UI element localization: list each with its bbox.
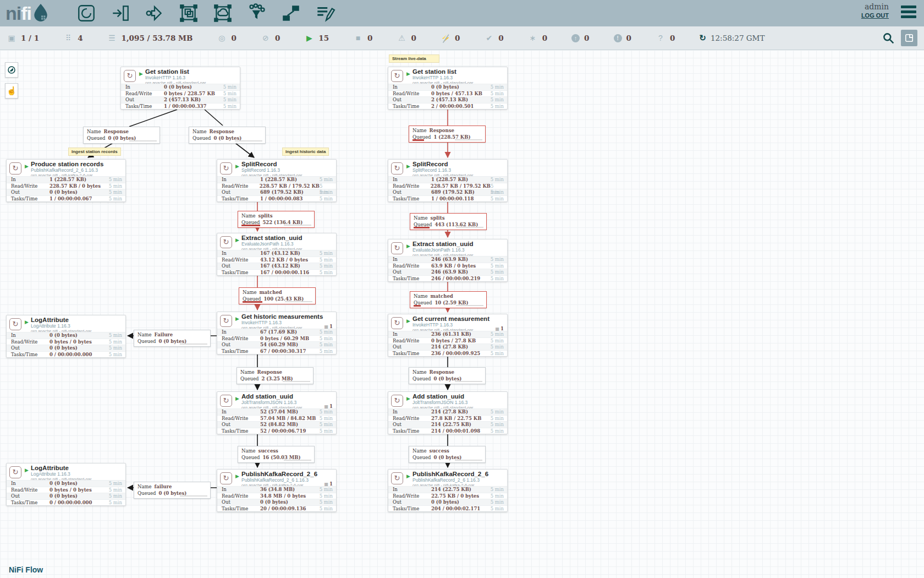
stale-icon: ↑ xyxy=(571,34,580,42)
processor-split-record-live[interactable]: ↻▶SplitRecordSplitRecord 1.16.3org.apach… xyxy=(388,159,508,202)
connection-response-to-produce[interactable]: NameResponseQueued0 (0 bytes) xyxy=(83,127,160,144)
last-refresh[interactable]: ↻ 12:58:27 GMT xyxy=(699,33,765,43)
stat-value: 228.57 KB / 0 bytes xyxy=(50,183,101,189)
flow-label[interactable]: Ingest historic data xyxy=(282,148,329,156)
stat-window: 5 min xyxy=(109,339,125,345)
stat-label: Tasks/Time xyxy=(388,276,431,282)
funnel-icon[interactable] xyxy=(246,2,268,24)
global-menu-button[interactable] xyxy=(901,6,916,20)
logo-text-fi: fi xyxy=(21,2,31,24)
connection-failure-lower[interactable]: NamefailureQueued0 (0 bytes) xyxy=(134,482,211,499)
connection-splits-historic[interactable]: NamesplitsQueued522 (136.4 KB) xyxy=(238,211,315,228)
processor-log-attribute-lower[interactable]: ↻▶LogAttributeLogAttribute 1.16.3org.apa… xyxy=(6,463,126,506)
connection-response-live-lower[interactable]: NameResponseQueued0 (0 bytes) xyxy=(409,367,486,384)
label-icon[interactable] xyxy=(314,2,336,24)
running-indicator-icon: ▶ xyxy=(406,396,410,401)
processor-stats: In36 (34.8 MB)5 minRead/Write34.8 MB / 0… xyxy=(217,486,336,511)
processor-get-station-list-live[interactable]: ↻▶Get station listInvokeHTTP 1.16.3org.a… xyxy=(388,67,508,110)
remote-process-group-icon[interactable] xyxy=(212,2,234,24)
processor-name: LogAttribute xyxy=(31,315,125,324)
connection-name-key: Name xyxy=(138,332,152,337)
processor-split-record-historic[interactable]: ↻▶SplitRecordSplitRecord 1.16.3org.apach… xyxy=(217,159,337,202)
stat-label: Out xyxy=(388,422,431,428)
stat-label: In xyxy=(217,250,260,257)
running-icon: ▶ xyxy=(304,34,314,42)
flow-label[interactable]: Stream live-data xyxy=(389,54,439,63)
stat-value: 2 (457.13 KB) xyxy=(164,97,201,103)
queue-fill-bar xyxy=(241,225,260,226)
status-transmitting: ◎0 xyxy=(217,34,236,42)
breadcrumb[interactable]: NiFi Flow xyxy=(9,565,43,574)
threads-icon: ⠿ xyxy=(63,34,73,42)
search-button[interactable] xyxy=(882,32,894,44)
processor-add-station-uuid-live[interactable]: ↻▶Add station_uuidJoltTransformJSON 1.16… xyxy=(388,391,508,434)
processor-type-icon: ↻ xyxy=(220,395,232,407)
stat-row: Tasks/Time2 / 00:00:00.5015 min xyxy=(388,103,507,110)
connection-response-to-split-historic[interactable]: NameResponseQueued0 (0 bytes) xyxy=(189,127,266,144)
processor-get-historic-measurements[interactable]: ↻▶Get historic measurementsInvokeHTTP 1.… xyxy=(217,312,337,355)
connection-matched-historic[interactable]: NamematchedQueued100 (25.43 KB) xyxy=(239,287,316,304)
nifi-logo: nifi xyxy=(6,2,49,24)
stat-value: 1 / 00:00:00.337 xyxy=(164,103,206,110)
connection-name-key: Name xyxy=(413,128,427,133)
stat-window: 5 min xyxy=(320,416,336,422)
refresh-icon[interactable]: ↻ xyxy=(699,33,706,43)
logout-link[interactable]: LOG OUT xyxy=(861,12,889,19)
stat-value: 228.57 KB / 179.52 KB xyxy=(431,183,491,189)
flow-canvas[interactable]: ☝ Stream live-dataIngest station records… xyxy=(0,50,924,578)
input-port-icon[interactable] xyxy=(109,2,131,24)
navigate-compass-button[interactable] xyxy=(5,62,18,78)
connection-matched-live[interactable]: NamematchedQueued10 (2.59 KB) xyxy=(410,291,487,308)
processor-extract-station-uuid-live[interactable]: ↻▶Extract station_uuidEvaluateJsonPath 1… xyxy=(388,239,508,282)
stat-value: 214 (27.8 KB) xyxy=(431,344,468,350)
hand-select-button[interactable]: ☝ xyxy=(5,83,18,99)
settings-panel-button[interactable] xyxy=(901,30,917,46)
processor-get-current-measurement[interactable]: ↻▶Get current measurementInvokeHTTP 1.16… xyxy=(388,314,508,357)
stat-label: In xyxy=(388,487,431,493)
stat-window: 5 min xyxy=(491,257,507,263)
stat-window: 5 min xyxy=(491,409,507,415)
processor-produce-station-records[interactable]: ↻▶Produce station recordsPublishKafkaRec… xyxy=(6,159,126,202)
processor-publish-kafka-historic[interactable]: ↻▶PublishKafkaRecord_2_6PublishKafkaReco… xyxy=(217,469,337,512)
processor-extract-station-uuid-historic[interactable]: ↻▶Extract station_uuidEvaluateJsonPath 1… xyxy=(217,233,337,276)
processor-name: Extract station_uuid xyxy=(413,239,507,248)
stat-value: 20 / 00:00:09.136 xyxy=(260,506,306,512)
stat-label: Read/Write xyxy=(217,493,260,499)
queue-percent-bar xyxy=(284,460,311,461)
processor-get-station-list-historic[interactable]: ↻▶Get station listInvokeHTTP 1.16.3org.a… xyxy=(120,67,240,110)
running-indicator-icon: ▶ xyxy=(235,473,239,479)
connection-failure-upper[interactable]: NameFailureQueued0 (0 bytes) xyxy=(134,330,211,347)
stat-value: 1 (228.57 KB) xyxy=(50,177,86,183)
connection-splits-live[interactable]: NamesplitsQueued443 (113.62 KB) xyxy=(410,213,487,230)
connection-success-live[interactable]: NamesuccessQueued0 (0 bytes) xyxy=(409,446,486,463)
stat-label: Read/Write xyxy=(388,416,431,422)
stat-window: 5 min xyxy=(109,345,125,351)
queue-percent-bar xyxy=(285,301,312,302)
status-queued: ☰1,095 / 53.78 MB xyxy=(107,34,193,42)
stat-label: Read/Write xyxy=(388,263,431,269)
stat-label: Tasks/Time xyxy=(217,428,260,434)
output-port-icon[interactable] xyxy=(144,2,166,24)
stat-window: 5 min xyxy=(320,348,336,355)
flow-label[interactable]: Ingest station records xyxy=(68,148,121,156)
connection-name-value: Failure xyxy=(155,332,173,337)
stat-value: 1 / 00:00:00.118 xyxy=(431,196,474,202)
process-group-icon[interactable] xyxy=(178,2,200,24)
stat-value: 214 (27.8 KB) xyxy=(431,409,468,415)
stat-row: Out52 (84.82 MB)5 min xyxy=(217,421,336,428)
stat-value: 43.12 KB / 0 bytes xyxy=(260,257,308,263)
connection-response-to-split-live[interactable]: NameResponseQueued1 (228.57 KB) xyxy=(409,126,486,143)
connection-success-historic[interactable]: NamesuccessQueued16 (50.03 MB) xyxy=(238,446,315,463)
queued-key: Queued xyxy=(413,376,431,381)
processor-publish-kafka-live[interactable]: ↻▶PublishKafkaRecord_2_6PublishKafkaReco… xyxy=(388,469,508,512)
stat-row: In67 (17.69 KB)5 min xyxy=(217,329,336,335)
stat-window: 5 min xyxy=(491,84,507,90)
connection-response-historic-lower[interactable]: NameResponseQueued2 (3.25 MB) xyxy=(237,367,314,384)
stat-value: 54 (60.29 MB) xyxy=(260,342,298,348)
template-icon[interactable] xyxy=(280,2,302,24)
processor-log-attribute-upper[interactable]: ↻▶LogAttributeLogAttribute 1.16.3org.apa… xyxy=(6,315,126,358)
processor-icon[interactable] xyxy=(75,2,97,24)
running-indicator-icon: ▶ xyxy=(235,396,239,401)
processor-add-station-uuid-historic[interactable]: ↻▶Add station_uuidJoltTransformJSON 1.16… xyxy=(217,391,337,434)
status-value: 0 xyxy=(275,34,280,42)
